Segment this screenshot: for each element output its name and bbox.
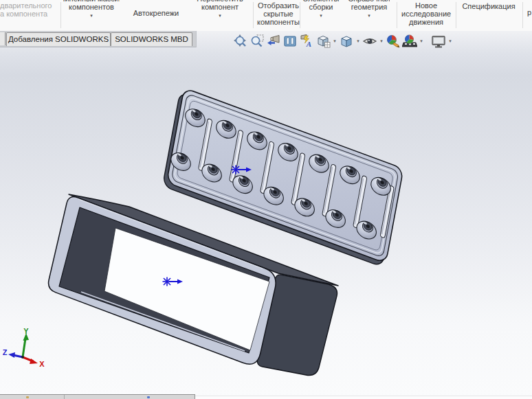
ribbon-item-bill-of-materials[interactable]: Спецификация <box>462 2 516 10</box>
ribbon-separator <box>397 2 397 28</box>
edit-appearance-icon[interactable] <box>385 33 401 49</box>
apply-scene-icon[interactable] <box>401 33 418 49</box>
addins-tab-strip: Добавления SOLIDWORKS SOLIDWORKS MBD <box>0 31 197 47</box>
view-annotations-icon[interactable]: A <box>298 33 315 49</box>
tab-solidworks-mbd[interactable]: SOLIDWORKS MBD <box>111 32 192 46</box>
bottom-panel-divider <box>64 395 65 399</box>
view-settings-icon[interactable] <box>430 33 447 49</box>
command-manager-ribbon: дварительного а компонента Линейный масс… <box>0 0 532 32</box>
triad-y-label: Y <box>23 327 29 335</box>
ribbon-item-move-component[interactable]: Переместить компонент ▾ <box>192 0 248 18</box>
assembly-3d-view[interactable]: Y Z X <box>0 31 532 399</box>
dropdown-caret-icon[interactable]: ▾ <box>63 13 120 18</box>
display-style-caret-icon[interactable]: ▾ <box>355 38 362 44</box>
ribbon-item-smart-fasteners[interactable]: Автокрепежи <box>129 9 184 17</box>
heads-up-view-toolbar: A ▾ ▾ <box>232 32 454 50</box>
view-orientation-icon[interactable] <box>315 33 331 49</box>
dropdown-caret-icon[interactable]: ▾ <box>348 13 390 18</box>
bottom-panel-glyph-right <box>147 396 150 398</box>
bottom-panel-glyph-left <box>26 396 29 398</box>
zoom-to-fit-icon[interactable] <box>232 33 249 49</box>
view-settings-caret-icon[interactable]: ▾ <box>447 38 454 44</box>
ribbon-item-show-hidden-components[interactable]: Отобразить скрытые компоненты <box>255 1 302 26</box>
ribbon-item-assembly-features[interactable]: Элементы сборки ▾ <box>302 0 340 18</box>
display-style-icon[interactable] <box>338 33 355 49</box>
ribbon-item-reference-geometry[interactable]: Справочная геометрия ▾ <box>348 0 390 18</box>
solidworks-window: дварительного а компонента Линейный масс… <box>0 0 532 399</box>
zoom-to-area-icon[interactable] <box>249 33 265 49</box>
svg-text:A: A <box>306 40 311 48</box>
tab-solidworks-addins[interactable]: Добавления SOLIDWORKS <box>6 32 111 46</box>
dropdown-caret-icon[interactable]: ▾ <box>302 13 340 18</box>
ribbon-separator <box>522 2 523 28</box>
triad-z-label: Z <box>3 348 8 356</box>
ribbon-separator <box>456 2 456 28</box>
bottom-panel-edge <box>0 394 195 399</box>
section-view-icon[interactable] <box>282 33 298 49</box>
reference-triad: Y Z X <box>3 327 45 368</box>
view-orientation-caret-icon[interactable]: ▾ <box>331 38 338 44</box>
hide-show-items-caret-icon[interactable]: ▾ <box>378 38 385 44</box>
ribbon-separator <box>60 2 61 28</box>
dropdown-caret-icon[interactable]: ▾ <box>192 13 248 18</box>
ribbon-item-new-motion-study[interactable]: Новое исследование движения <box>401 1 451 26</box>
statusbar-edge <box>195 396 532 399</box>
ribbon-separator <box>300 2 300 28</box>
ribbon-separator <box>253 2 254 28</box>
previous-view-icon[interactable] <box>265 33 282 49</box>
triad-x-label: X <box>39 360 45 368</box>
ribbon-item-partial-right[interactable]: р <box>525 8 532 16</box>
apply-scene-caret-icon[interactable]: ▾ <box>418 38 425 44</box>
graphics-area[interactable]: Y Z X <box>0 31 532 399</box>
ribbon-item-linear-component-pattern[interactable]: Линейный массив компонентов ▾ <box>63 0 120 18</box>
tab-fragment[interactable] <box>0 32 5 45</box>
hide-show-items-icon[interactable] <box>362 33 378 49</box>
